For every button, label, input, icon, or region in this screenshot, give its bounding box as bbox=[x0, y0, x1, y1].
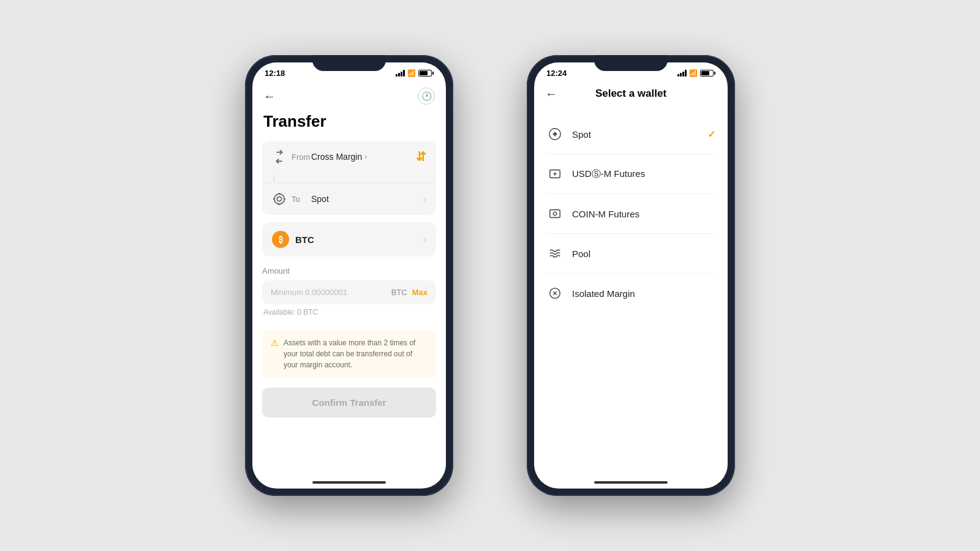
swap-button[interactable]: ⇵ bbox=[416, 149, 426, 164]
max-button[interactable]: Max bbox=[412, 288, 428, 297]
wallet-label-pool: Pool bbox=[572, 249, 715, 259]
transfer-to-icon bbox=[272, 192, 287, 206]
coin-chevron-icon: › bbox=[423, 234, 426, 244]
status-icons-1: 📶 bbox=[396, 69, 434, 77]
svg-point-2 bbox=[277, 197, 281, 201]
isolated-icon bbox=[546, 285, 564, 302]
wallet-item-isolated[interactable]: Isolated Margin bbox=[534, 274, 728, 313]
warning-icon: ⚠ bbox=[271, 338, 279, 348]
available-text: Available: 0 BTC bbox=[262, 304, 436, 320]
wallet-header: ← Select a wallet bbox=[534, 80, 728, 110]
wallet-list: Spot ✓ USDⓈ-M Futures bbox=[534, 110, 728, 318]
page-title-transfer: Transfer bbox=[252, 110, 446, 141]
phone-transfer: 12:18 📶 ← 🕐 bbox=[245, 55, 453, 496]
status-icons-2: 📶 bbox=[677, 69, 715, 77]
amount-label: Amount bbox=[262, 266, 436, 276]
amount-section: Amount Minimum 0.00000001 BTC Max Availa… bbox=[252, 257, 446, 320]
battery-icon bbox=[418, 70, 434, 77]
amount-input-row: Minimum 0.00000001 BTC Max bbox=[262, 280, 436, 304]
svg-point-11 bbox=[553, 212, 557, 216]
spot-icon bbox=[546, 126, 564, 143]
btc-icon: ₿ bbox=[272, 231, 289, 248]
warning-text: Assets with a value more than 2 times of… bbox=[284, 337, 428, 370]
transfer-header: ← 🕐 bbox=[252, 80, 446, 110]
wallet-screen-title: Select a wallet bbox=[595, 88, 666, 100]
phone-notch bbox=[312, 55, 386, 71]
pool-icon bbox=[546, 245, 564, 262]
status-time-1: 12:18 bbox=[265, 69, 285, 78]
phone-wallet: 12:24 📶 ← Select a wallet bbox=[527, 55, 735, 496]
svg-rect-10 bbox=[550, 210, 560, 218]
to-chevron-icon: › bbox=[423, 194, 426, 204]
wallet-item-pool[interactable]: Pool bbox=[534, 234, 728, 273]
to-row[interactable]: To Spot › bbox=[262, 182, 436, 215]
phones-container: 12:18 📶 ← 🕐 bbox=[245, 55, 735, 496]
to-value: Spot bbox=[311, 194, 329, 204]
history-button[interactable]: 🕐 bbox=[418, 88, 435, 105]
amount-right: BTC Max bbox=[391, 288, 428, 297]
coin-left: ₿ BTC bbox=[272, 231, 314, 248]
screen-content-wallet: ← Select a wallet Sp bbox=[534, 80, 728, 478]
phone-screen-transfer: 12:18 📶 ← 🕐 bbox=[252, 62, 446, 489]
wallet-item-spot[interactable]: Spot ✓ bbox=[534, 114, 728, 154]
amount-placeholder: Minimum 0.00000001 bbox=[271, 288, 347, 297]
signal-icon bbox=[396, 70, 405, 77]
coinm-icon bbox=[546, 205, 564, 222]
from-row[interactable]: From Cross Margin › ⇵ bbox=[262, 141, 436, 173]
usdm-icon bbox=[546, 165, 564, 182]
status-time-2: 12:24 bbox=[546, 69, 567, 78]
wallet-label-usdm: USDⓈ-M Futures bbox=[572, 168, 715, 180]
wallet-item-coinm[interactable]: COIN-M Futures bbox=[534, 194, 728, 233]
to-label: To bbox=[292, 195, 311, 204]
coin-name: BTC bbox=[295, 234, 314, 245]
amount-currency: BTC bbox=[391, 288, 407, 297]
down-arrow: ↓ bbox=[262, 173, 436, 182]
confirm-transfer-button[interactable]: Confirm Transfer bbox=[262, 388, 436, 418]
warning-box: ⚠ Assets with a value more than 2 times … bbox=[262, 330, 436, 378]
battery-icon-2 bbox=[700, 70, 715, 77]
wallet-item-usdm[interactable]: USDⓈ-M Futures bbox=[534, 154, 728, 193]
wallet-label-coinm: COIN-M Futures bbox=[572, 209, 715, 219]
swap-icon: ⇵ bbox=[416, 150, 426, 163]
svg-point-3 bbox=[274, 194, 285, 204]
from-value: Cross Margin › bbox=[311, 152, 367, 162]
signal-icon-2 bbox=[677, 70, 687, 77]
screen-content-transfer: ← 🕐 Transfer bbox=[252, 80, 446, 478]
phone-screen-wallet: 12:24 📶 ← Select a wallet bbox=[534, 62, 728, 489]
back-button-wallet[interactable]: ← bbox=[545, 87, 557, 101]
history-icon: 🕐 bbox=[421, 91, 432, 101]
phone-notch-2 bbox=[594, 55, 668, 71]
coin-selector[interactable]: ₿ BTC › bbox=[262, 222, 436, 257]
transfer-from-icon bbox=[272, 149, 287, 164]
wallet-label-isolated: Isolated Margin bbox=[572, 288, 715, 299]
wallet-label-spot: Spot bbox=[572, 129, 707, 140]
home-indicator-2 bbox=[594, 481, 668, 484]
from-label: From bbox=[292, 152, 311, 162]
wifi-icon-2: 📶 bbox=[689, 69, 698, 77]
wifi-icon: 📶 bbox=[407, 69, 416, 77]
transfer-card: From Cross Margin › ⇵ ↓ bbox=[262, 141, 436, 215]
wallet-check-spot: ✓ bbox=[707, 129, 715, 140]
back-button-transfer[interactable]: ← bbox=[263, 89, 276, 103]
home-indicator-1 bbox=[312, 481, 386, 484]
svg-point-8 bbox=[553, 132, 557, 136]
